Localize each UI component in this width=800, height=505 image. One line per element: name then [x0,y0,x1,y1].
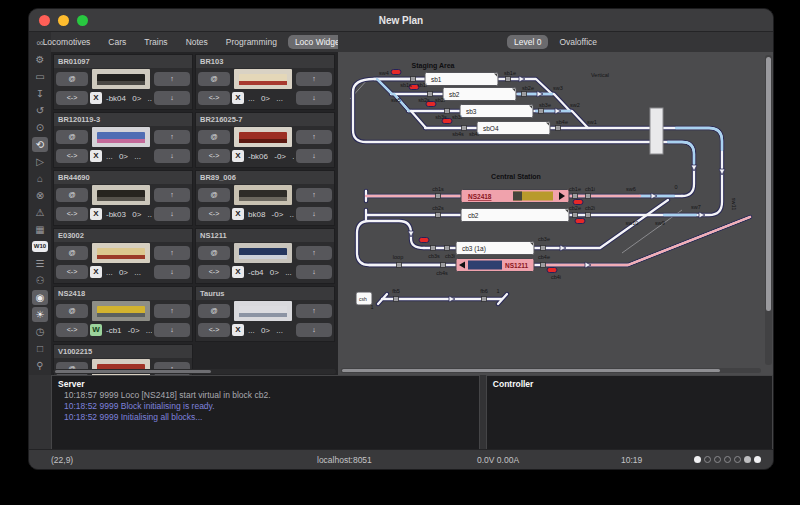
power-icon[interactable]: ⊙ [32,120,48,135]
brightness-icon[interactable]: ☀ [32,307,48,322]
speed-down-button[interactable]: ↓ [296,323,332,337]
throttle-mode-badge[interactable]: X [232,324,244,336]
loco-function-button[interactable]: @ [56,72,88,86]
feedback-sensor[interactable] [522,92,527,97]
throttle-mode-badge[interactable]: X [232,150,244,162]
direction-toggle-button[interactable]: <-> [198,149,230,163]
throttle-mode-badge[interactable]: X [232,92,244,104]
feedback-sensor[interactable] [445,246,450,251]
speed-down-button[interactable]: ↓ [154,207,190,221]
direction-toggle-button[interactable]: <-> [198,265,230,279]
loco-function-button[interactable]: @ [56,246,88,260]
direction-toggle-button[interactable]: <-> [56,149,88,163]
throttle-mode-badge[interactable]: X [90,208,102,220]
speed-up-button[interactable]: ↑ [296,188,332,202]
speed-down-button[interactable]: ↓ [154,323,190,337]
block-cb3[interactable]: cb3 (1a) [456,242,534,255]
speed-down-button[interactable]: ↓ [296,149,332,163]
direction-toggle-button[interactable]: <-> [56,265,88,279]
signal-red[interactable] [419,238,429,243]
folder-open-icon[interactable]: ▭ [32,69,48,84]
block-sb3[interactable]: sb3 [460,105,533,118]
speed-up-button[interactable]: ↑ [154,246,190,260]
signal-red[interactable] [573,200,583,205]
feedback-sensor[interactable] [428,92,433,97]
plan-tab-ovaloffice[interactable]: Ovaloffice [552,35,604,49]
auto-mode-loop-icon[interactable]: ⟲ [32,137,48,152]
tab-cars[interactable]: Cars [101,35,133,49]
speed-down-button[interactable]: ↓ [296,265,332,279]
throttle-mode-badge[interactable]: X [90,150,102,162]
block-cb1-ns2418[interactable]: NS2418 [461,190,569,203]
speed-up-button[interactable]: ↑ [296,72,332,86]
plan-tab-level-0[interactable]: Level 0 [507,35,548,49]
tab-locomotives[interactable]: Locomotives [36,35,98,49]
speed-down-button[interactable]: ↓ [296,91,332,105]
throttle-mode-badge[interactable]: X [90,266,102,278]
feedback-sensor[interactable] [586,213,591,218]
block-sb1[interactable]: sb1 [425,73,498,86]
speed-down-button[interactable]: ↓ [296,207,332,221]
speed-up-button[interactable]: ↑ [154,188,190,202]
feedback-sensor[interactable] [436,194,441,199]
feedback-sensor[interactable] [541,263,546,268]
vertical-lift-element[interactable] [650,108,663,154]
loco-function-button[interactable]: @ [198,130,230,144]
loco-function-button[interactable]: @ [56,130,88,144]
widget-list-scrollbar[interactable] [53,369,336,374]
track-plan-svg[interactable]: sb1 sb2 sb3 sbO4 [338,52,762,358]
speed-up-button[interactable]: ↑ [154,304,190,318]
feedback-sensor[interactable] [482,297,487,302]
throttle-mode-badge[interactable]: X [232,208,244,220]
tab-notes[interactable]: Notes [179,35,215,49]
speed-down-button[interactable]: ↓ [154,265,190,279]
loco-function-button[interactable]: @ [198,188,230,202]
block-cb4-ns1211[interactable]: NS1211 [456,259,534,272]
speed-up-button[interactable]: ↑ [296,246,332,260]
speed-up-button[interactable]: ↑ [296,304,332,318]
signal-red[interactable] [547,268,557,273]
start-all-icon[interactable]: ▷ [32,154,48,169]
loco-icon[interactable]: ▦ [32,222,48,237]
settings-gear-icon[interactable]: ⚙ [32,52,48,67]
sliders-icon[interactable]: ☰ [32,256,48,271]
loco-function-button[interactable]: @ [198,304,230,318]
feedback-sensor[interactable] [397,263,402,268]
plan-horizontal-scrollbar[interactable] [341,368,761,373]
find-user-icon[interactable]: ⚇ [32,273,48,288]
loco-function-button[interactable]: @ [198,72,230,86]
feedback-sensor[interactable] [411,77,416,82]
feedback-sensor[interactable] [541,246,546,251]
feedback-sensor[interactable] [573,194,578,199]
tab-programming[interactable]: Programming [219,35,284,49]
feedback-sensor[interactable] [556,126,561,131]
speed-up-button[interactable]: ↑ [296,130,332,144]
direction-toggle-button[interactable]: <-> [56,91,88,105]
direction-toggle-button[interactable]: <-> [198,91,230,105]
direction-toggle-button[interactable]: <-> [198,207,230,221]
speed-down-button[interactable]: ↓ [154,149,190,163]
feedback-sensor[interactable] [441,263,446,268]
feedback-sensor[interactable] [586,194,591,199]
loco-function-button[interactable]: @ [56,188,88,202]
loco-function-button[interactable]: @ [198,246,230,260]
home-icon[interactable]: ⌂ [32,171,48,186]
signal-red[interactable] [391,70,401,75]
undo-rotate-icon[interactable]: ↺ [32,103,48,118]
plan-vertical-scrollbar[interactable] [765,55,772,365]
monitor-icon[interactable]: □ [32,341,48,356]
feedback-sensor[interactable] [436,213,441,218]
clock-icon[interactable]: ◷ [32,324,48,339]
block-cb2[interactable]: cb2 [461,209,569,222]
throttle-mode-badge[interactable]: X [90,92,102,104]
search-icon[interactable]: ⚲ [32,358,48,373]
throttle-mode-badge[interactable]: W [90,324,102,336]
feedback-sensor[interactable] [462,126,467,131]
feedback-sensor[interactable] [506,77,511,82]
feedback-sensor[interactable] [573,213,578,218]
eye-icon[interactable]: ◉ [32,290,48,305]
tab-trains[interactable]: Trains [137,35,174,49]
stop-all-icon[interactable]: ⊗ [32,188,48,203]
feedback-sensor[interactable] [394,297,399,302]
loco-function-button[interactable]: @ [56,304,88,318]
